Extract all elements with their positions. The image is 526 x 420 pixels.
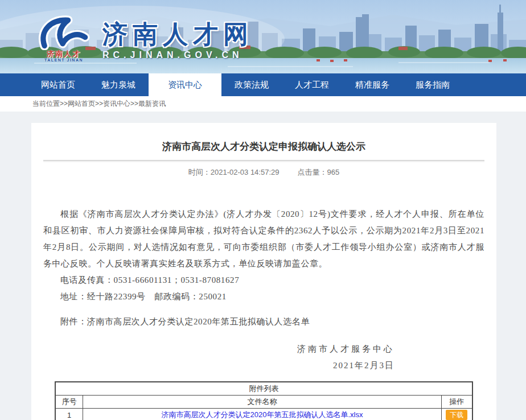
site-banner: 济南人才 TALENT JINAN 济南人才网 RC.JINAN.GOV.CN	[0, 0, 526, 73]
breadcrumb[interactable]: 当前位置>>网站首页>>资讯中心>>最新资讯	[0, 96, 526, 112]
logo-badge-cn: 济南人才	[34, 50, 93, 57]
logo-badge-en: TALENT JINAN	[34, 58, 93, 62]
meta-time-label: 时间：	[188, 168, 211, 176]
download-button[interactable]: 下载	[446, 410, 467, 420]
nav-item-precise-services[interactable]: 精准服务	[342, 73, 402, 96]
signature-block: 济南市人才服务中心 2021年2月3日	[43, 341, 484, 374]
nav-item-policies[interactable]: 政策法规	[221, 73, 282, 96]
attachment-file-link[interactable]: 济南市高层次人才分类认定2020年第五批拟确认人选名单.xlsx	[162, 410, 363, 419]
article-card: 济南市高层次人才分类认定申报拟确认人选公示 时间：2021-02-03 14:5…	[31, 123, 496, 420]
col-header-action: 操作	[441, 396, 472, 409]
row-index: 1	[55, 409, 83, 420]
site-url: RC.JINAN.GOV.CN	[102, 50, 253, 60]
address-line: 地址：经十路22399号 邮政编码：250021	[43, 289, 484, 305]
attachment-table: 附件列表 序号 文件名称 操作 1 济南市高层次人才分类认定2020年第五批拟确…	[55, 381, 472, 420]
meta-time-value: 2021-02-03 14:57:29	[211, 168, 280, 176]
site-name: 济南人才网	[102, 22, 253, 47]
nav-item-talent-projects[interactable]: 人才工程	[282, 73, 342, 96]
signature-org: 济南市人才服务中心	[43, 341, 484, 357]
nav-item-service-guide[interactable]: 服务指南	[402, 73, 463, 96]
nav-item-home[interactable]: 网站首页	[28, 73, 88, 96]
phone-line: 电话及传真：0531-66601131；0531-87081627	[43, 272, 484, 289]
page-title: 济南市高层次人才分类认定申报拟确认人选公示	[43, 140, 484, 153]
article-meta: 时间：2021-02-03 14:57:29点击量：965	[31, 167, 496, 178]
nav-item-news-center[interactable]: 资讯中心	[149, 73, 221, 96]
meta-hits-label: 点击量：	[298, 168, 327, 176]
col-header-filename: 文件名称	[83, 396, 441, 409]
page-background: 济南市高层次人才分类认定申报拟确认人选公示 时间：2021-02-03 14:5…	[0, 112, 526, 420]
title-divider	[43, 160, 484, 162]
table-row: 1 济南市高层次人才分类认定2020年第五批拟确认人选名单.xlsx 下载	[55, 409, 472, 420]
nav-item-charm-city[interactable]: 魅力泉城	[88, 73, 149, 96]
talent-jinan-logo-icon	[33, 15, 94, 50]
meta-hits-value: 965	[327, 168, 340, 176]
attachment-table-title: 附件列表	[55, 382, 472, 396]
logo-badge: 济南人才 TALENT JINAN	[34, 50, 93, 62]
article-paragraph: 根据《济南市高层次人才分类认定办法》(济人才办发〔2020〕12号)文件要求，经…	[43, 206, 484, 272]
attachment-table-title-row: 附件列表	[55, 382, 472, 396]
signature-date: 2021年2月3日	[43, 357, 484, 374]
article-body: 根据《济南市高层次人才分类认定办法》(济人才办发〔2020〕12号)文件要求，经…	[43, 206, 484, 330]
attachment-table-header-row: 序号 文件名称 操作	[55, 396, 472, 409]
attachment-line: 附件：济南市高层次人才分类认定2020年第五批拟确认人选名单	[43, 314, 484, 330]
site-logo[interactable]: 济南人才 TALENT JINAN 济南人才网 RC.JINAN.GOV.CN	[33, 15, 253, 65]
main-nav: 网站首页 魅力泉城 资讯中心 政策法规 人才工程 精准服务 服务指南	[0, 73, 526, 96]
col-header-index: 序号	[55, 396, 83, 409]
